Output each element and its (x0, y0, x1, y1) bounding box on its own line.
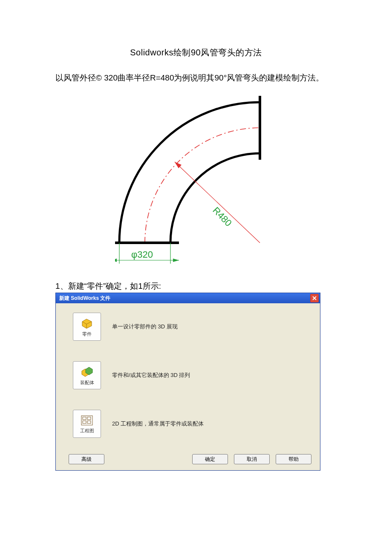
option-assembly-button[interactable]: 装配体 (73, 361, 101, 389)
close-button[interactable] (310, 294, 319, 302)
page: Solidworks绘制90风管弯头的方法 以风管外径© 320曲率半径R=48… (0, 0, 392, 555)
option-part-desc: 单一设计零部件的 3D 展现 (112, 323, 178, 331)
option-drawing-button[interactable]: 工程图 (73, 410, 101, 438)
option-drawing-row: 工程图 2D 工程制图，通常属于零件或装配体 (69, 410, 312, 438)
option-part-label: 零件 (82, 331, 92, 337)
option-part-button[interactable]: 零件 (73, 313, 101, 341)
dialog-title-text: 新建 SolidWorks 文件 (59, 295, 110, 302)
option-drawing-label: 工程图 (80, 428, 94, 434)
option-part-row: 零件 单一设计零部件的 3D 展现 (69, 313, 312, 341)
dialog-body: 零件 单一设计零部件的 3D 展现 装配体 零件和/或其它装配体的 3D 排列 (56, 303, 320, 454)
assembly-icon (81, 366, 93, 378)
dim-arrow-right (173, 259, 179, 262)
inner-arc (170, 153, 260, 243)
dialog-footer: 高级 确定 取消 帮助 (56, 454, 320, 470)
close-icon (312, 296, 317, 300)
document-title: Solidworks绘制90风管弯头的方法 (55, 47, 337, 58)
option-assembly-desc: 零件和/或其它装配体的 3D 排列 (112, 371, 190, 379)
part-icon (81, 317, 93, 329)
option-assembly-row: 装配体 零件和/或其它装配体的 3D 排列 (69, 361, 312, 389)
advanced-button[interactable]: 高级 (69, 454, 104, 464)
help-button[interactable]: 帮助 (276, 454, 311, 464)
diameter-label: φ320 (131, 249, 153, 260)
dialog-titlebar: 新建 SolidWorks 文件 (56, 293, 320, 303)
ok-button[interactable]: 确定 (192, 454, 228, 464)
outer-arc (119, 102, 260, 243)
elbow-svg: R480 φ320 (115, 92, 277, 270)
elbow-diagram: R480 φ320 (55, 92, 337, 270)
new-file-dialog: 新建 SolidWorks 文件 零件 单一设计零部件的 3D 展现 (55, 293, 320, 471)
option-assembly-label: 装配体 (80, 380, 94, 386)
document-intro: 以风管外径© 320曲率半径R=480为例说明其90°风管弯头的建模绘制方法。 (55, 70, 337, 86)
cancel-button[interactable]: 取消 (234, 454, 270, 464)
drawing-icon (81, 415, 93, 426)
radius-line (175, 162, 260, 243)
dim-arrow-left (115, 259, 117, 262)
center-arc (145, 128, 260, 243)
radius-label: R480 (210, 205, 234, 228)
step-1-text: 1、新建“零件”确定，如1所示: (55, 281, 337, 292)
option-drawing-desc: 2D 工程制图，通常属于零件或装配体 (112, 420, 204, 428)
